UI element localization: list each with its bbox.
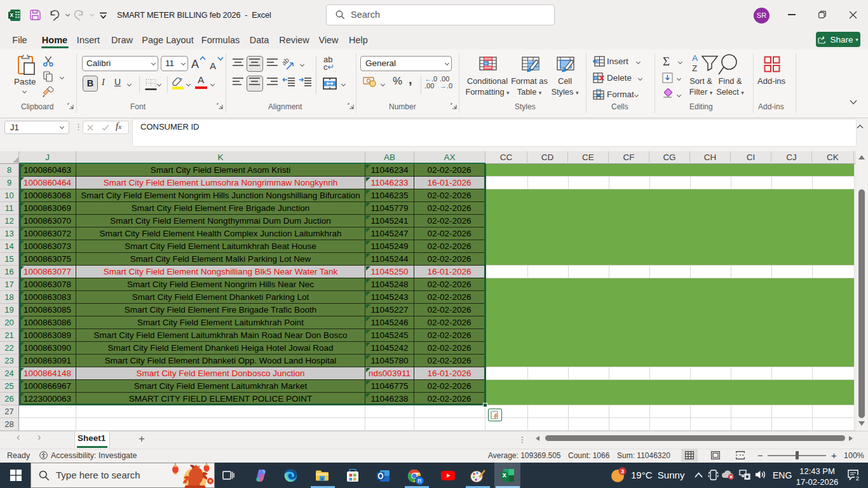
- svg-text:ab: ab: [283, 58, 290, 67]
- svg-text:3: 3: [621, 468, 624, 475]
- svg-text:2: 2: [856, 475, 859, 482]
- svg-text:R: R: [417, 477, 422, 484]
